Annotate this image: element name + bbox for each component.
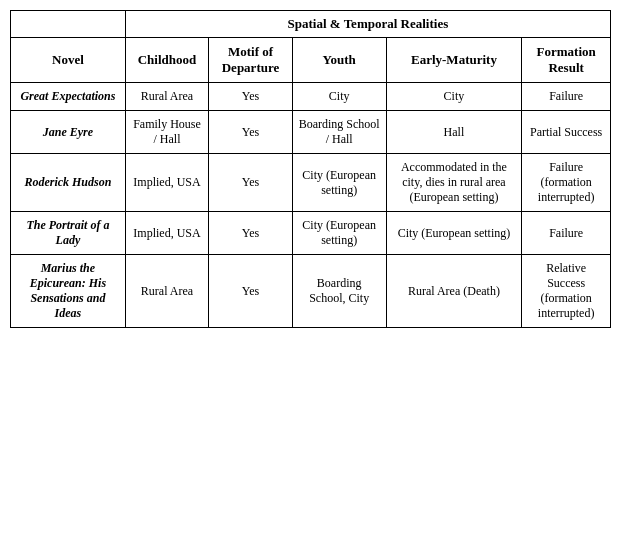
childhood-3: Implied, USA — [125, 212, 208, 255]
col-header-formation-result: Formation Result — [522, 38, 611, 83]
youth-0: City — [292, 83, 386, 111]
table-row: The Portrait of a Lady Implied, USA Yes … — [11, 212, 611, 255]
youth-3: City (European setting) — [292, 212, 386, 255]
novel-title-4: Marius the Epicurean: His Sensations and… — [11, 255, 126, 328]
childhood-2: Implied, USA — [125, 154, 208, 212]
novel-title-2: Roderick Hudson — [11, 154, 126, 212]
table-row: Jane Eyre Family House / Hall Yes Boardi… — [11, 111, 611, 154]
col-header-childhood: Childhood — [125, 38, 208, 83]
childhood-0: Rural Area — [125, 83, 208, 111]
table-row: Great Expectations Rural Area Yes City C… — [11, 83, 611, 111]
motif-3: Yes — [209, 212, 292, 255]
youth-2: City (European setting) — [292, 154, 386, 212]
motif-0: Yes — [209, 83, 292, 111]
childhood-1: Family House / Hall — [125, 111, 208, 154]
main-table: Spatial & Temporal Realities Novel Child… — [10, 10, 611, 328]
formation-result-4: Relative Success (formation interrupted) — [522, 255, 611, 328]
col-header-youth: Youth — [292, 38, 386, 83]
empty-header — [11, 11, 126, 38]
novel-title-0: Great Expectations — [11, 83, 126, 111]
col-header-novel: Novel — [11, 38, 126, 83]
novel-title-1: Jane Eyre — [11, 111, 126, 154]
motif-4: Yes — [209, 255, 292, 328]
motif-2: Yes — [209, 154, 292, 212]
youth-1: Boarding School / Hall — [292, 111, 386, 154]
early-maturity-4: Rural Area (Death) — [386, 255, 522, 328]
early-maturity-1: Hall — [386, 111, 522, 154]
formation-result-1: Partial Success — [522, 111, 611, 154]
formation-result-0: Failure — [522, 83, 611, 111]
novel-title-3: The Portrait of a Lady — [11, 212, 126, 255]
motif-1: Yes — [209, 111, 292, 154]
spatial-temporal-header: Spatial & Temporal Realities — [125, 11, 610, 38]
early-maturity-0: City — [386, 83, 522, 111]
youth-4: Boarding School, City — [292, 255, 386, 328]
early-maturity-3: City (European setting) — [386, 212, 522, 255]
childhood-4: Rural Area — [125, 255, 208, 328]
formation-result-2: Failure (formation interrupted) — [522, 154, 611, 212]
col-header-motif: Motif of Departure — [209, 38, 292, 83]
col-header-early-maturity: Early-Maturity — [386, 38, 522, 83]
early-maturity-2: Accommodated in the city, dies in rural … — [386, 154, 522, 212]
formation-result-3: Failure — [522, 212, 611, 255]
table-row: Roderick Hudson Implied, USA Yes City (E… — [11, 154, 611, 212]
table-row: Marius the Epicurean: His Sensations and… — [11, 255, 611, 328]
table-wrapper: Spatial & Temporal Realities Novel Child… — [10, 10, 611, 328]
